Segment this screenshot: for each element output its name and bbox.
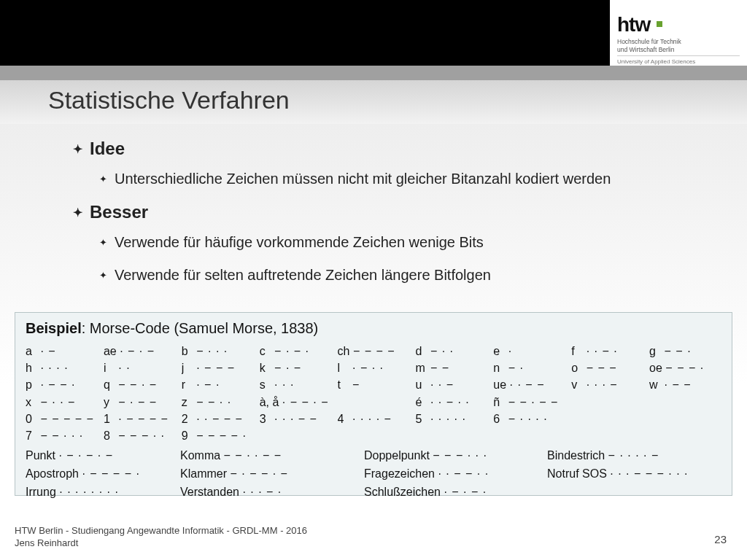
morse-wide-cell: Bindestrich − · · · · − (547, 447, 721, 465)
morse-cell: 4 · · · · − (338, 411, 410, 427)
morse-cell: 8 − − − · · (104, 427, 176, 444)
logo-line1: Hochschule für Technik (617, 38, 740, 46)
slide: htw Hochschule für Technik und Wirtschaf… (0, 0, 747, 560)
morse-cell: u · · − (415, 376, 487, 393)
besser-text-0: Verwende für häufige vorkommende Zeichen… (115, 234, 484, 250)
morse-wide-cell: Punkt · − · − · − (26, 447, 171, 465)
morse-cell (493, 427, 565, 444)
morse-cell: 0 − − − − − (26, 411, 98, 427)
morse-cell: à, å · − − · − (260, 394, 332, 411)
footer-line1: HTW Berlin - Studiengang Angewandte Info… (15, 525, 307, 537)
diamond-bullet-icon: ✦ (99, 237, 107, 248)
morse-cell: é · · − · · (415, 394, 487, 411)
morse-cell: 9 − − − − · (182, 427, 254, 444)
morse-wide-cell: Verstanden · · · − · (180, 483, 355, 502)
morse-wide-cell: Irrung · · · · · · · · (26, 483, 171, 502)
morse-cell: oe − − − · (649, 359, 721, 376)
morse-cell: w · − − (649, 376, 721, 393)
besser-label: Besser (90, 202, 148, 222)
morse-cell: ñ − − · − − (493, 394, 565, 411)
diamond-bullet-icon: ✦ (73, 143, 82, 155)
morse-cell: v · · · − (571, 376, 643, 393)
morse-cell: 6 − · · · · (493, 411, 565, 427)
morse-cell: 5 · · · · · (415, 411, 487, 427)
diamond-bullet-icon: ✦ (99, 174, 107, 184)
besser-item-1: ✦Verwende für selten auftretende Zeichen… (99, 265, 703, 285)
morse-cell: d − · · (415, 343, 487, 359)
morse-cell: g − − · (649, 343, 721, 359)
morse-cell: b − · · · (182, 343, 254, 359)
morse-cell: h · · · · (26, 359, 98, 376)
morse-cell: j · − − − (182, 359, 254, 376)
morse-cell (260, 427, 332, 444)
morse-cell: i · · (104, 359, 176, 376)
morse-wide-cell: Klammer − · − − · − (180, 465, 355, 483)
morse-cell: z − − · · (182, 394, 254, 411)
besser-item-0: ✦Verwende für häufige vorkommende Zeiche… (99, 233, 703, 252)
morse-cell: q − − · − (104, 376, 176, 393)
morse-cell (338, 427, 410, 444)
example-title-bold: Beispiel (26, 320, 82, 336)
morse-cell (649, 427, 721, 444)
morse-cell: a · − (26, 343, 98, 359)
morse-cell: l · − · · (338, 359, 410, 376)
morse-cell: 2 · · − − − (182, 411, 254, 427)
morse-cell: m − − (415, 359, 487, 376)
morse-cell (338, 394, 410, 411)
morse-grid: a · −ae · − · −b − · · ·c − · − ·ch − − … (26, 343, 721, 444)
morse-wide-cell: Notruf SOS · · · − − − · · · (547, 465, 721, 483)
idee-label: Idee (90, 139, 125, 158)
morse-cell: 7 − − · · · (26, 427, 98, 444)
logo-line2: und Wirtschaft Berlin (617, 46, 740, 54)
morse-cell (649, 394, 721, 411)
morse-cell: o − − − (571, 359, 643, 376)
morse-cell: c − · − · (260, 343, 332, 359)
example-title: Beispiel: Morse-Code (Samuel Morse, 1838… (26, 320, 721, 337)
morse-cell: x − · · − (26, 394, 98, 411)
morse-wide-cell: Fragezeichen · · − − · · (364, 465, 538, 483)
morse-cell: e · (493, 343, 565, 359)
content: ✦Idee ✦Unterschiedliche Zeichen müssen n… (73, 139, 703, 298)
page-title: Statistische Verfahren (48, 86, 290, 114)
morse-wide: Punkt · − · − · −Komma − − · · − −Doppel… (26, 447, 721, 501)
example-box: Beispiel: Morse-Code (Samuel Morse, 1838… (15, 312, 732, 496)
morse-cell: ue · · − − (493, 376, 565, 393)
logo-divider (617, 55, 740, 56)
morse-wide-cell: Doppelpunkt − − − · · · (364, 447, 538, 465)
morse-cell: y − · − − (104, 394, 176, 411)
footer-line2: Jens Reinhardt (15, 537, 307, 550)
morse-cell (415, 427, 487, 444)
morse-cell (571, 394, 643, 411)
logo-sub: University of Applied Sciences (617, 58, 740, 66)
morse-cell: n − · (493, 359, 565, 376)
morse-cell (571, 411, 643, 427)
morse-cell: r · − · (182, 376, 254, 393)
idee-text: Unterschiedliche Zeichen müssen nicht mi… (115, 171, 611, 187)
morse-cell: p · − − · (26, 376, 98, 393)
bullet-besser: ✦Besser (73, 202, 703, 222)
logo-dot-icon (657, 21, 662, 27)
morse-wide-cell: Schlußzeichen · − · − · (364, 483, 538, 502)
logo-block: htw Hochschule für Technik und Wirtschaf… (610, 0, 747, 66)
morse-cell: 1 · − − − − (104, 411, 176, 427)
diamond-bullet-icon: ✦ (73, 206, 82, 219)
morse-cell (571, 427, 643, 444)
bullet-idee: ✦Idee (73, 139, 703, 159)
morse-cell: 3 · · · − − (260, 411, 332, 427)
logo-tagline: Hochschule für Technik und Wirtschaft Be… (617, 38, 740, 66)
morse-wide-cell (547, 483, 721, 502)
besser-text-1: Verwende für selten auftretende Zeichen … (115, 267, 491, 283)
morse-cell: ae · − · − (104, 343, 176, 359)
morse-cell (649, 411, 721, 427)
page-number: 23 (714, 533, 727, 545)
morse-wide-cell: Apostroph · − − − − · (26, 465, 171, 483)
morse-cell: k − · − (260, 359, 332, 376)
idee-item: ✦Unterschiedliche Zeichen müssen nicht m… (99, 169, 703, 189)
footer: HTW Berlin - Studiengang Angewandte Info… (15, 525, 307, 550)
morse-cell: f · · − · (571, 343, 643, 359)
morse-cell: ch − − − − (338, 343, 410, 359)
logo-brand: htw (617, 13, 650, 36)
morse-cell: s · · · (260, 376, 332, 393)
example-title-rest: : Morse-Code (Samuel Morse, 1838) (82, 320, 319, 336)
morse-cell: t − (338, 376, 410, 393)
